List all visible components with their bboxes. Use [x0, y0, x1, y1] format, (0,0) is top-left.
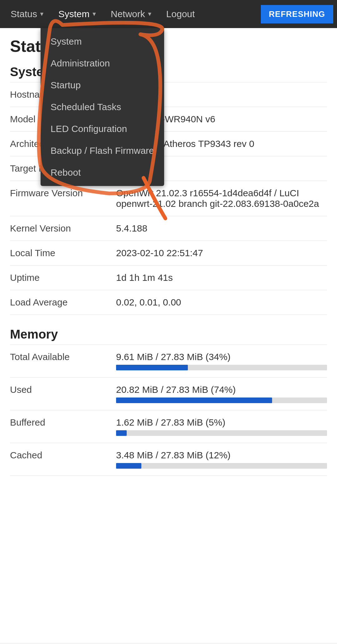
value-kernel: 5.4.188	[116, 216, 327, 241]
status-arrow-icon: ▼	[39, 11, 45, 17]
table-row: Load Average 0.02, 0.01, 0.00	[10, 290, 327, 315]
value-buffered: 1.62 MiB / 27.83 MiB (5%)	[116, 410, 327, 443]
value-cached: 3.48 MiB / 27.83 MiB (12%)	[116, 443, 327, 476]
label-buffered: Buffered	[10, 410, 116, 443]
progress-bar-fill-used	[116, 398, 272, 403]
progress-bar-bg-total	[116, 365, 327, 370]
table-row: Local Time 2023-02-10 22:51:47	[10, 241, 327, 266]
value-firmware: OpenWrt 21.02.3 r16554-1d4dea6d4f / LuCI…	[116, 181, 327, 216]
table-row: Kernel Version 5.4.188	[10, 216, 327, 241]
dropdown-reboot[interactable]: Reboot	[41, 162, 164, 183]
progress-bar-fill-buffered	[116, 430, 127, 436]
table-row: Used 20.82 MiB / 27.83 MiB (74%)	[10, 378, 327, 410]
label-firmware: Firmware Version	[10, 181, 116, 216]
progress-bar-bg-cached	[116, 463, 327, 469]
table-row: Firmware Version OpenWrt 21.02.3 r16554-…	[10, 181, 327, 216]
label-local-time: Local Time	[10, 241, 116, 266]
progress-bar-fill-total	[116, 365, 188, 370]
memory-info-table: Total Available 9.61 MiB / 27.83 MiB (34…	[10, 344, 327, 476]
progress-bar-bg-buffered	[116, 430, 327, 436]
label-total-available: Total Available	[10, 345, 116, 378]
label-uptime: Uptime	[10, 266, 116, 290]
dropdown-startup[interactable]: Startup	[41, 74, 164, 96]
value-total-available: 9.61 MiB / 27.83 MiB (34%)	[116, 345, 327, 378]
navbar: Status ▼ System ▼ Network ▼ Logout REFRE…	[0, 0, 337, 28]
memory-section-title: Memory	[10, 327, 327, 341]
nav-system[interactable]: System ▼	[51, 0, 104, 28]
dropdown-administration[interactable]: Administration	[41, 52, 164, 74]
refresh-button[interactable]: REFRESHING	[261, 5, 333, 23]
label-cached: Cached	[10, 443, 116, 476]
progress-bar-fill-cached	[116, 463, 141, 469]
label-load-average: Load Average	[10, 290, 116, 315]
dropdown-system[interactable]: System	[41, 31, 164, 52]
value-uptime: 1d 1h 1m 41s	[116, 266, 327, 290]
network-arrow-icon: ▼	[147, 11, 153, 17]
table-row: Uptime 1d 1h 1m 41s	[10, 266, 327, 290]
system-dropdown: System Administration Startup Scheduled …	[41, 28, 164, 186]
progress-bar-bg-used	[116, 398, 327, 403]
table-row: Cached 3.48 MiB / 27.83 MiB (12%)	[10, 443, 327, 476]
value-local-time: 2023-02-10 22:51:47	[116, 241, 327, 266]
dropdown-led-config[interactable]: LED Configuration	[41, 118, 164, 140]
table-row: Buffered 1.62 MiB / 27.83 MiB (5%)	[10, 410, 327, 443]
value-load-average: 0.02, 0.01, 0.00	[116, 290, 327, 315]
dropdown-backup-flash[interactable]: Backup / Flash Firmware	[41, 140, 164, 162]
system-arrow-icon: ▼	[91, 11, 97, 17]
nav-logout[interactable]: Logout	[159, 0, 202, 28]
nav-status[interactable]: Status ▼	[4, 0, 51, 28]
table-row: Total Available 9.61 MiB / 27.83 MiB (34…	[10, 345, 327, 378]
dropdown-scheduled-tasks[interactable]: Scheduled Tasks	[41, 96, 164, 118]
value-used: 20.82 MiB / 27.83 MiB (74%)	[116, 378, 327, 410]
label-used: Used	[10, 378, 116, 410]
nav-network[interactable]: Network ▼	[104, 0, 159, 28]
label-kernel: Kernel Version	[10, 216, 116, 241]
